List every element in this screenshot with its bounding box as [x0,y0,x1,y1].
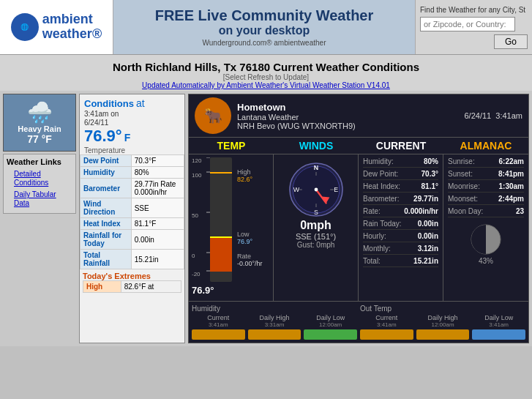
winds-header: WINDS [274,138,359,154]
axis-120: 120 [192,157,201,164]
low-label: Low [237,231,250,238]
page-title-area: North Richland Hills, Tx 76180 Current W… [0,55,532,91]
outtemp-low-label: Daily Low [484,314,513,321]
current-humidity-row: Humidity: 80% [363,157,438,168]
moonrise-label: Moonrise: [448,182,480,190]
search-input[interactable] [420,17,515,31]
weather-links-title: Weather Links [7,157,72,166]
station-header: 🐂 Hometown Lantana Weather NRH Bevo (WUG… [189,94,528,137]
current-dewpoint-row: Dew Point: 70.3° [363,170,438,180]
table-row: Heat Index 81.1°F [80,218,184,230]
current-baro-label: Barometer: [363,195,399,203]
daily-tabular-link-item: Daily Tabular Data [14,190,72,207]
sunrise-label: Sunrise: [448,157,475,165]
station-id: NRH Bevo (WUG WTXNORTH9) [237,122,458,130]
outtemp-low-bar [472,329,525,340]
temp-column: 120 100 50 0 -20 [189,154,274,301]
current-dewpoint-label: Dew Point: [363,170,398,178]
high-value: 82.6°F at [121,281,181,293]
wind-speed: 0mph [300,219,331,232]
current-dewpoint-value: 70.3° [422,170,438,178]
almanac-moonset-row: Moonset: 2:44pm [448,195,524,205]
humidity-current-label: Current [207,314,229,321]
humidity-low-sub: 12:00am [319,321,342,328]
moonset-value: 2:44pm [498,195,524,203]
page-subtitle: [Select Refresh to Update] [3,73,529,81]
left-panel: 🌧️ Heavy Rain 77 °F Weather Links Detail… [3,94,76,343]
outtemp-high-label: Daily High [428,314,458,321]
station-location: Lantana Weather [237,113,458,122]
humidity-strip: Humidity Current 3:41am Daily High 3:31a… [192,305,357,340]
ambient-weather-icon: 🌐 [11,13,39,41]
weather-icon-box: 🌧️ Heavy Rain 77 °F [3,94,76,152]
page-title: North Richland Hills, Tx 76180 Current W… [3,61,529,73]
moon-pct: 43% [448,257,524,265]
almanac-header: ALMANAC [443,138,528,154]
humidity-low-bar [304,329,357,340]
humidity-high-label: Daily High [260,314,290,321]
humidity-current-bar [192,329,245,340]
humidity-current-sub: 3:41am [209,321,228,328]
high-value: 82.6° [237,176,252,183]
wind-dir-value: SSE [131,198,184,218]
wind-dir-label: Wind Direction [80,198,132,218]
banner-area: FREE Live Community Weather on your desk… [113,0,415,54]
todays-extremes: Today's Extremes High 82.6°F at [80,269,184,295]
moonset-label: Moonset: [448,195,478,203]
weather-links-box: Weather Links Detailed Conditions Daily … [3,154,76,214]
moonrise-value: 1:30am [499,182,524,190]
dew-point-label: Dew Point [80,155,132,167]
current-total-row: Total: 15.21in [363,257,438,267]
svg-rect-3 [210,236,232,238]
axis-0: 0 [192,253,195,259]
current-rate-row: Rate: 0.000in/hr [363,207,438,217]
rainfall-today-label: Rainfall for Today [80,230,132,250]
current-column: Humidity: 80% Dew Point: 70.3° Heat Inde… [359,154,443,301]
data-header: TEMP WINDS CURRENT ALMANAC [189,137,528,154]
station-mascot-icon: 🐂 [195,97,231,134]
humidity-cols: Current 3:41am Daily High 3:31am Daily L… [192,314,357,340]
axis-100: 100 [192,172,201,179]
humidity-high: Daily High 3:31am [248,314,301,340]
rate-label: Rate [237,253,251,260]
station-name: Hometown [237,102,458,113]
detailed-conditions-link[interactable]: Detailed Conditions [14,170,48,187]
svg-text:N: N [313,164,318,171]
outtemp-current-sub: 3:41am [377,321,397,328]
table-row: Total Rainfall 15.21in [80,250,184,269]
conditions-temp: 76.9° [84,127,122,145]
sunset-label: Sunset: [448,170,473,178]
go-button[interactable]: Go [494,34,528,49]
low-value: 76.9° [237,238,252,245]
daily-tabular-link[interactable]: Daily Tabular Data [14,190,56,207]
extremes-title: Today's Extremes [83,272,181,280]
outtemp-current: Current 3:41am [360,314,413,340]
table-row: Dew Point 70.3°F [80,155,184,167]
current-baro-value: 29.77in [413,195,438,203]
almanac-moonday-row: Moon Day: 23 [448,207,524,217]
current-hourly-label: Hourly: [363,232,386,240]
banner-logos: Wunderground.com® ambientweather [203,39,326,47]
banner-subtitle: on your desktop [219,24,310,37]
header: 🌐 ambient weather® FREE Live Community W… [0,0,532,55]
main-content: 🌧️ Heavy Rain 77 °F Weather Links Detail… [0,91,532,346]
humidity-current: Current 3:41am [192,314,245,340]
station-info: Hometown Lantana Weather NRH Bevo (WUG W… [237,102,458,130]
current-header: CURRENT [359,138,443,154]
logo-line1: ambient [42,12,93,26]
current-total-label: Total: [363,257,381,265]
weather-temp: 77 °F [7,133,72,145]
conditions-title: Conditions [84,98,134,109]
conditions-unit: at [136,97,145,109]
humidity-value: 80% [131,167,184,179]
logo-line2: weather [42,26,92,41]
sunrise-value: 6:22am [499,157,524,165]
barometer-value: 29.77in Rate 0.000in/hr [131,179,184,198]
outtemp-strip-title: Out Temp [360,305,525,313]
barometer-label: Barometer [80,179,132,198]
rainfall-today-value: 0.00in [131,230,184,250]
bottom-strip: Humidity Current 3:41am Daily High 3:31a… [189,301,528,343]
current-heatindex-row: Heat Index: 81.1° [363,182,438,193]
outtemp-high: Daily High 12:00am [416,314,470,340]
update-link[interactable]: Updated Automatically by Ambient Weather… [3,81,529,89]
